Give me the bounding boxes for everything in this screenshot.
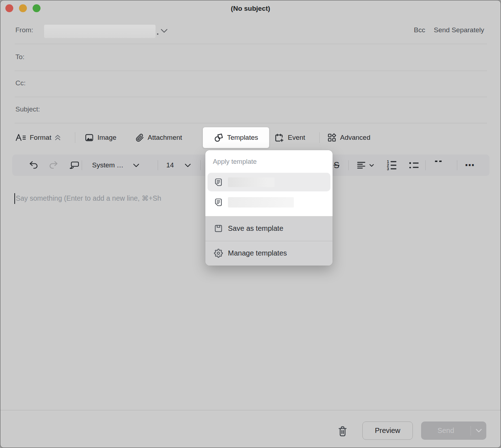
highlighter-icon	[69, 161, 80, 170]
divider	[158, 160, 158, 170]
quote-button[interactable]: “	[434, 161, 444, 170]
numbered-list-icon: 1 2 3	[387, 161, 396, 170]
manage-templates-item[interactable]: Manage templates	[205, 241, 333, 266]
template-name-redacted	[228, 177, 275, 187]
divider	[200, 160, 201, 170]
templates-icon	[214, 133, 224, 143]
ellipsis-icon: ⋯	[465, 159, 475, 171]
template-doc-icon	[214, 198, 223, 207]
template-doc-icon	[214, 178, 223, 187]
divider	[15, 123, 487, 123]
advanced-grid-icon	[327, 133, 337, 142]
quote-icon: “	[434, 161, 444, 170]
templates-menu: Apply template	[205, 150, 333, 266]
format-button[interactable]: Format	[15, 127, 61, 148]
save-as-template-item[interactable]: Save as template	[205, 216, 333, 241]
apply-template-section: Apply template	[205, 150, 333, 216]
advanced-button[interactable]: Advanced	[327, 127, 371, 148]
divider	[15, 71, 487, 71]
attachment-button[interactable]: Attachment	[135, 127, 182, 148]
bullet-list-icon	[409, 162, 419, 168]
cc-label: Cc:	[15, 79, 26, 87]
redo-icon	[48, 161, 58, 170]
strikethrough-button[interactable]: S	[334, 160, 339, 170]
send-button-disabled[interactable]: Send	[421, 421, 486, 440]
send-options-chevron[interactable]	[471, 429, 486, 433]
send-label: Send	[421, 426, 471, 435]
divider	[0, 410, 501, 410]
font-size-select[interactable]: 14	[166, 161, 191, 169]
image-icon	[85, 133, 94, 142]
paperclip-icon	[135, 133, 144, 142]
apply-template-header: Apply template	[213, 158, 257, 166]
more-options-button[interactable]: ⋯	[465, 159, 475, 171]
image-button[interactable]: Image	[85, 127, 116, 148]
save-icon	[214, 224, 223, 233]
text-caret	[14, 193, 15, 204]
chevron-down-icon	[133, 163, 139, 167]
highlight-button[interactable]	[69, 161, 80, 170]
delete-draft-button[interactable]	[336, 424, 349, 438]
align-button[interactable]	[357, 162, 374, 169]
templates-menu-footer: Save as template Manage templates	[205, 216, 333, 266]
to-label: To:	[15, 53, 24, 61]
event-button[interactable]: Event	[275, 127, 305, 148]
undo-icon	[29, 161, 39, 170]
from-label: From:	[15, 26, 33, 34]
divider	[319, 132, 320, 143]
redo-button[interactable]	[48, 161, 58, 170]
template-item[interactable]	[207, 173, 330, 191]
divider	[15, 97, 487, 97]
collapse-chevrons-icon	[55, 134, 61, 141]
font-family-select[interactable]: System …	[92, 161, 139, 169]
templates-button[interactable]: Templates	[203, 127, 269, 148]
send-separately-button[interactable]: Send Separately	[434, 26, 485, 34]
template-name-redacted	[228, 197, 294, 208]
bcc-button[interactable]: Bcc	[414, 26, 425, 34]
from-chevron-down-icon[interactable]	[161, 29, 168, 33]
undo-button[interactable]	[29, 161, 39, 170]
calendar-plus-icon	[275, 133, 284, 143]
gear-icon	[214, 249, 223, 258]
divider	[348, 160, 349, 170]
bullet-list-button[interactable]	[409, 162, 419, 168]
chevron-down-icon	[476, 429, 482, 433]
compose-window: (No subject) From: Bcc Send Separately T…	[0, 0, 501, 448]
from-address-dot	[157, 33, 158, 35]
divider	[75, 132, 75, 143]
body-placeholder[interactable]: Say something (Enter to add a new line, …	[16, 194, 161, 202]
trash-icon	[337, 425, 348, 437]
divider	[425, 160, 426, 170]
divider	[457, 160, 457, 170]
subject-label: Subject:	[15, 105, 40, 113]
divider	[82, 160, 82, 170]
template-item[interactable]	[207, 193, 330, 211]
chevron-down-icon	[185, 163, 191, 167]
chevron-down-icon	[369, 164, 374, 167]
divider	[15, 44, 487, 44]
preview-button[interactable]: Preview	[362, 421, 413, 440]
align-icon	[357, 162, 366, 169]
window-title: (No subject)	[0, 5, 501, 13]
from-address-redacted[interactable]	[44, 25, 156, 38]
numbered-list-button[interactable]: 1 2 3	[387, 161, 396, 170]
format-a-lines-icon	[15, 133, 26, 142]
